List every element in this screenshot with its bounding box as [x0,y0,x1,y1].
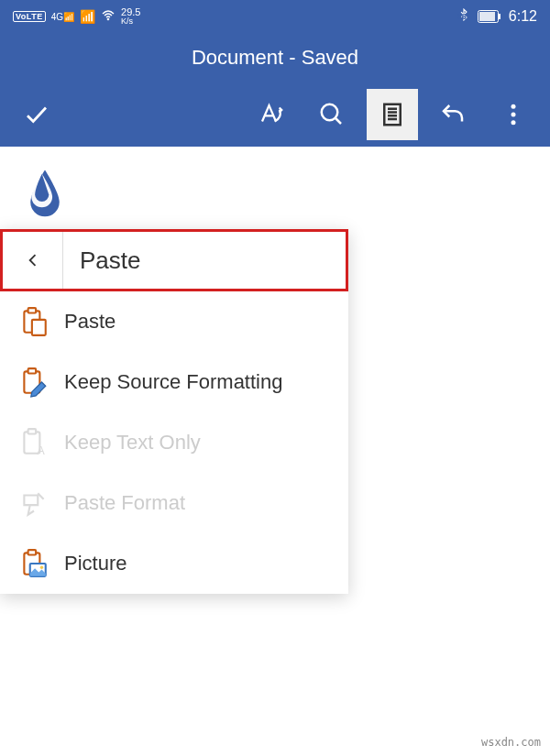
menu-item-label: Paste [64,310,116,334]
battery-icon: 86 86 [478,10,501,23]
clipboard-text-icon: A [18,427,50,458]
clock: 6:12 [509,8,537,25]
search-button[interactable] [306,89,358,140]
svg-point-11 [512,113,516,117]
menu-item-label: Paste Format [64,491,185,515]
paste-panel: Paste Paste Keep Source Formatting [0,229,348,594]
volte-badge: VoLTE [13,11,46,22]
signal-4g-icon: 4G📶 [51,12,74,22]
net-speed: 29.5 K/s [121,7,140,26]
svg-point-0 [107,18,108,19]
watermark: wsxdn.com [481,736,541,749]
svg-rect-14 [28,308,37,312]
back-button[interactable] [3,232,63,289]
panel-header: Paste [0,229,348,291]
format-brush-icon [18,488,50,519]
done-button[interactable] [11,89,62,140]
document-title: Document - Saved [0,33,550,82]
svg-point-10 [512,104,516,109]
svg-rect-22 [28,550,37,554]
svg-point-24 [40,566,43,569]
menu-item-keep-source-formatting[interactable]: Keep Source Formatting [0,352,348,412]
panel-list: Paste Keep Source Formatting A Keep Text… [0,291,348,594]
undo-button[interactable] [427,89,478,140]
signal-icon: 📶 [80,9,95,24]
more-button[interactable] [488,89,539,140]
ink-drop-icon [26,167,64,218]
menu-item-label: Picture [64,552,126,575]
status-bar: VoLTE 4G📶 📶 29.5 K/s 86 86 [0,0,550,33]
document-area[interactable]: Paste Paste Keep Source Formatting [0,147,550,756]
svg-rect-15 [32,320,46,335]
wifi-icon [101,8,116,26]
menu-item-picture[interactable]: Picture [0,533,348,594]
clipboard-picture-icon [18,548,50,579]
menu-item-keep-text-only: A Keep Text Only [0,412,348,473]
svg-rect-19 [28,429,37,433]
svg-rect-17 [28,368,37,373]
clipboard-brush-icon [18,367,50,398]
menu-item-label: Keep Text Only [64,431,201,455]
menu-item-label: Keep Source Formatting [64,370,282,394]
menu-item-paste[interactable]: Paste [0,291,348,352]
svg-rect-2 [499,14,500,19]
text-style-button[interactable] [246,89,297,140]
menu-item-paste-format: Paste Format [0,473,348,533]
panel-title: Paste [63,247,346,275]
clipboard-paste-icon [18,306,50,337]
svg-point-12 [512,120,516,125]
svg-text:A: A [37,444,45,457]
svg-point-4 [322,104,338,121]
svg-rect-3 [479,12,495,21]
reading-view-button[interactable] [367,89,418,140]
toolbar [0,82,550,147]
